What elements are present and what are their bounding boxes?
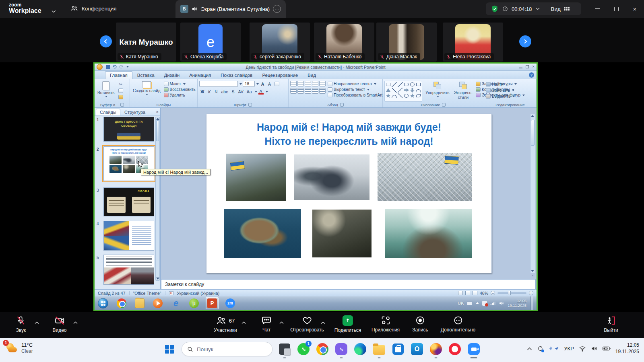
decrease-indent-icon[interactable]: [305, 81, 311, 86]
ppt-minimize-icon[interactable]: [519, 68, 522, 68]
character-spacing-button[interactable]: AV: [237, 88, 244, 95]
copy-icon[interactable]: [118, 88, 123, 93]
justify-icon[interactable]: [312, 88, 318, 94]
current-slide[interactable]: Народ мій є! Народ мій завжди буде! Ніхт…: [206, 114, 492, 273]
quick-access-caret[interactable]: [126, 66, 129, 68]
internet-explorer-icon[interactable]: e: [171, 298, 181, 308]
previous-slide-button[interactable]: «: [531, 275, 534, 277]
participant-tile[interactable]: Наталія Бабенко: [314, 23, 374, 62]
ppt-maximize-icon[interactable]: [526, 65, 529, 68]
search-input[interactable]: [197, 346, 261, 352]
participant-tile[interactable]: Катя Мурашко Катя Мурашко: [116, 23, 176, 62]
replace-button[interactable]: Заменить: [486, 88, 515, 93]
win11-clock[interactable]: 12:05 19.11.2025: [615, 342, 639, 355]
zoom-app-icon[interactable]: [467, 342, 481, 356]
panel-scrollbar[interactable]: [155, 117, 160, 281]
reactions-options-chevron[interactable]: [321, 319, 325, 326]
volume-icon[interactable]: [591, 346, 598, 352]
firefox-icon[interactable]: [429, 342, 443, 356]
restore-button[interactable]: [607, 0, 625, 18]
participant-tile[interactable]: Діана Маслак: [376, 23, 437, 62]
spellcheck-icon[interactable]: [169, 291, 173, 295]
tab-animation[interactable]: Анимация: [184, 71, 216, 79]
tab-review[interactable]: Рецензирование: [257, 71, 303, 79]
whatsapp-icon[interactable]: 1: [297, 342, 310, 356]
paste-button[interactable]: Вставить: [96, 81, 116, 102]
change-case-button[interactable]: Aa: [246, 88, 253, 95]
video-button[interactable]: Видео: [52, 315, 66, 333]
dialog-launcher-icon[interactable]: [340, 103, 344, 107]
numbering-icon[interactable]: [297, 81, 304, 86]
save-icon[interactable]: [106, 65, 110, 69]
notes-pane[interactable]: Заметки к слайду: [161, 279, 536, 289]
network-icon[interactable]: [490, 301, 495, 306]
show-hidden-icons-chevron[interactable]: [527, 347, 532, 350]
cut-icon[interactable]: ✂: [118, 82, 124, 87]
leave-button[interactable]: Выйти: [604, 315, 618, 333]
slide-thumbnail-3[interactable]: СЛОВА: [103, 187, 154, 216]
align-left-icon[interactable]: [290, 88, 297, 94]
viber-icon[interactable]: [334, 342, 348, 356]
align-center-icon[interactable]: [297, 88, 304, 94]
show-desktop-button[interactable]: [530, 296, 533, 310]
tab-slides[interactable]: Слайды: [96, 109, 120, 115]
win7-start-button[interactable]: [98, 298, 108, 309]
arrange-button[interactable]: Упорядочить: [424, 81, 451, 102]
chrome-icon[interactable]: [316, 342, 329, 356]
win7-language-indicator[interactable]: UK: [458, 301, 464, 306]
delete-button[interactable]: Удалить: [164, 93, 196, 97]
slide-thumbnail-2-selected[interactable]: Народ мій є! Народ мій завжди буде!Ніхто…: [103, 146, 154, 181]
office-button-icon[interactable]: [97, 64, 103, 70]
find-button[interactable]: Найти: [486, 82, 515, 86]
next-participants-button[interactable]: [519, 35, 531, 47]
grow-font-icon[interactable]: A: [260, 81, 266, 87]
task-view-icon[interactable]: [278, 342, 291, 356]
slide-thumbnail-4[interactable]: [103, 221, 154, 251]
tab-home[interactable]: Главная: [105, 71, 132, 79]
reactions-button[interactable]: Отреагировать: [290, 315, 324, 333]
keyboard-icon[interactable]: [467, 301, 473, 305]
text-direction-button[interactable]: Направление текста: [328, 82, 387, 86]
underline-button[interactable]: Ч: [213, 88, 219, 95]
redo-icon[interactable]: [119, 64, 124, 69]
align-right-icon[interactable]: [305, 88, 311, 94]
opera-icon[interactable]: [448, 342, 462, 356]
panel-close-icon[interactable]: ×: [156, 109, 159, 114]
chevron-down-icon[interactable]: [536, 8, 540, 10]
text-shadow-button[interactable]: S: [230, 88, 236, 95]
slideshow-icon[interactable]: [473, 291, 477, 295]
participants-options-chevron[interactable]: [242, 319, 246, 326]
zoom-slider[interactable]: [497, 292, 526, 294]
participant-tile[interactable]: Elena Prostakova: [443, 23, 503, 62]
win7-clock[interactable]: 12:05 19.11.2025: [508, 298, 526, 308]
show-hidden-icons[interactable]: [476, 302, 479, 304]
record-button[interactable]: Запись: [412, 315, 428, 333]
new-slide-button[interactable]: Создать слайд: [132, 81, 162, 102]
increase-indent-icon[interactable]: [312, 81, 318, 86]
share-screen-button[interactable]: Поделиться: [334, 315, 361, 333]
slide-sorter-icon[interactable]: [465, 291, 470, 295]
tab-view[interactable]: Вид: [303, 71, 321, 79]
layout-button[interactable]: Макет: [164, 82, 196, 86]
undo-icon[interactable]: [112, 64, 117, 69]
more-button[interactable]: Дополнительно: [441, 315, 475, 333]
bold-button[interactable]: Ж: [199, 88, 206, 95]
participants-button[interactable]: 67 Участники: [214, 315, 237, 333]
zoom-taskbar-icon[interactable]: zm: [225, 298, 235, 308]
format-painter-icon[interactable]: [118, 95, 123, 99]
microsoft-store-icon[interactable]: [391, 342, 405, 356]
quick-styles-button[interactable]: Экспресс-стили: [453, 81, 474, 102]
tab-insert[interactable]: Вставка: [132, 71, 159, 79]
chrome-icon[interactable]: [117, 298, 126, 308]
close-button[interactable]: ×: [625, 0, 644, 18]
powerpoint-titlebar[interactable]: День гідності та свободи [Режим совмести…: [95, 64, 537, 71]
font-name-combobox[interactable]: [199, 81, 238, 87]
language-indicator[interactable]: Украинский (Украина): [177, 291, 220, 296]
audio-options-chevron[interactable]: [35, 319, 39, 326]
battery-icon[interactable]: [603, 346, 611, 351]
slide-thumbnail-5[interactable]: [103, 255, 154, 285]
normal-view-icon[interactable]: [458, 291, 463, 295]
file-explorer-icon[interactable]: [135, 298, 144, 308]
tab-shared-screen[interactable]: В Экран (Валентина Сутуліна) ⋯: [175, 0, 286, 18]
apps-button[interactable]: Приложения: [372, 315, 400, 333]
